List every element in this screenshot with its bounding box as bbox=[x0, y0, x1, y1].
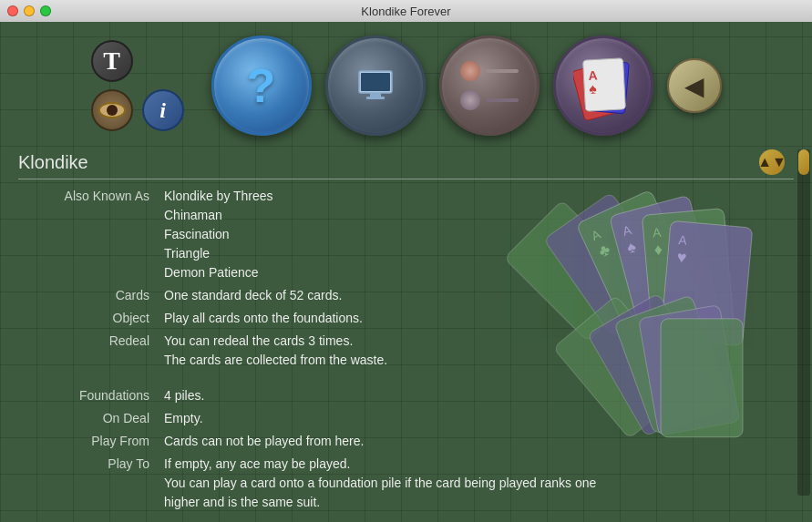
info-value: You can redeal the cards 3 times.The car… bbox=[164, 332, 794, 370]
scroll-arrow-icon: ▲▼ bbox=[757, 154, 786, 170]
svg-rect-2 bbox=[370, 93, 381, 97]
toolbar-center-buttons: ? bbox=[211, 36, 653, 136]
eye-icon bbox=[98, 102, 126, 118]
info-value-line: Cards can not be played from here. bbox=[164, 432, 794, 451]
toolbar-left-row-top: T bbox=[91, 40, 184, 82]
info-value: Play all cards onto the foundations. bbox=[164, 309, 794, 328]
info-value: One standard deck of 52 cards. bbox=[164, 286, 794, 305]
info-value: Cards can not be played from here. bbox=[164, 432, 794, 451]
minimize-button[interactable] bbox=[24, 5, 35, 16]
back-button[interactable]: ◀ bbox=[667, 58, 722, 113]
info-row: Foundations4 piles. bbox=[18, 386, 794, 405]
info-value-line: You can redeal the cards 3 times. bbox=[164, 332, 794, 351]
info-label: Play To bbox=[18, 455, 164, 512]
info-value-line: 4 piles. bbox=[164, 386, 794, 405]
info-value-line: The cards are collected from the waste. bbox=[164, 351, 794, 370]
game-title-row: Klondike ▲▼ bbox=[18, 149, 794, 179]
scroll-button[interactable]: ▲▼ bbox=[759, 149, 785, 175]
info-row: CardsOne standard deck of 52 cards. bbox=[18, 286, 794, 305]
close-button[interactable] bbox=[7, 5, 18, 16]
info-label: Object bbox=[18, 309, 164, 328]
info-label: On Deal bbox=[18, 409, 164, 428]
text-button[interactable]: T bbox=[91, 40, 133, 82]
info-row: ObjectPlay all cards onto the foundation… bbox=[18, 309, 794, 328]
monitor-button[interactable] bbox=[325, 36, 426, 136]
info-value: 4 piles. bbox=[164, 386, 794, 405]
window-controls bbox=[7, 5, 51, 16]
svg-rect-3 bbox=[366, 97, 385, 99]
info-label: Foundations bbox=[18, 386, 164, 405]
monitor-icon bbox=[352, 62, 399, 109]
window-title: Klondike Forever bbox=[361, 5, 450, 18]
game-title: Klondike bbox=[18, 152, 759, 173]
toolbar-left-buttons: T i bbox=[91, 40, 184, 131]
info-value-line: Empty. bbox=[164, 409, 794, 428]
info-label: Cards bbox=[18, 286, 164, 305]
options-button[interactable] bbox=[439, 36, 540, 136]
info-row: On DealEmpty. bbox=[18, 409, 794, 428]
info-value-line: One standard deck of 52 cards. bbox=[164, 286, 794, 305]
info-row: Play FromCards can not be played from he… bbox=[18, 432, 794, 451]
info-value: Klondike by ThreesChinamanFascinationTri… bbox=[164, 187, 794, 282]
info-value-line: Triangle bbox=[164, 244, 794, 263]
toolbar-left-row-bottom: i bbox=[91, 89, 184, 131]
info-button[interactable]: i bbox=[142, 89, 184, 131]
info-value-line: If empty, any ace may be played. bbox=[164, 455, 794, 474]
content-area: A ♣ A ♠ A ♦ A ♥ bbox=[0, 149, 812, 522]
maximize-button[interactable] bbox=[40, 5, 51, 16]
scrollbar-thumb[interactable] bbox=[798, 149, 809, 175]
eye-button[interactable] bbox=[91, 89, 133, 131]
info-value-line: higher and is the same suit. bbox=[164, 493, 794, 512]
cards-icon: A ♠ bbox=[573, 52, 632, 120]
help-button[interactable]: ? bbox=[211, 36, 312, 136]
info-value-line: You can play a card onto a foundation pi… bbox=[164, 474, 794, 493]
info-value-line: Demon Patience bbox=[164, 263, 794, 282]
toolbar: T i ? bbox=[0, 22, 812, 149]
info-value-line: Klondike by Threes bbox=[164, 187, 794, 206]
info-label: Play From bbox=[18, 432, 164, 451]
info-value: If empty, any ace may be played.You can … bbox=[164, 455, 794, 512]
info-value: Empty. bbox=[164, 409, 794, 428]
svg-rect-1 bbox=[361, 73, 390, 91]
info-row: Also Known AsKlondike by ThreesChinamanF… bbox=[18, 187, 794, 282]
title-bar: Klondike Forever bbox=[0, 0, 812, 22]
back-arrow-icon: ◀ bbox=[684, 71, 704, 101]
info-label: Also Known As bbox=[18, 187, 164, 282]
cards-button[interactable]: A ♠ bbox=[553, 36, 653, 136]
svg-text:♠: ♠ bbox=[589, 80, 598, 96]
info-row: RedealYou can redeal the cards 3 times.T… bbox=[18, 332, 794, 370]
scrollbar[interactable] bbox=[797, 149, 810, 496]
info-label: Redeal bbox=[18, 332, 164, 370]
info-value-line: Play all cards onto the foundations. bbox=[164, 309, 794, 328]
info-row: Play ToIf empty, any ace may be played.Y… bbox=[18, 455, 794, 512]
question-mark-icon: ? bbox=[247, 58, 276, 113]
info-value-line: Chinaman bbox=[164, 206, 794, 225]
info-value-line: Fascination bbox=[164, 225, 794, 244]
options-icon bbox=[460, 61, 519, 110]
info-table: Also Known AsKlondike by ThreesChinamanF… bbox=[18, 187, 794, 512]
